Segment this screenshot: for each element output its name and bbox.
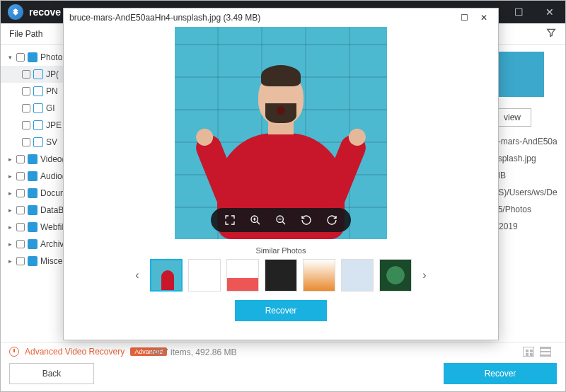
advanced-video-recovery[interactable]: Advanced Video Recovery Advanced	[9, 347, 557, 357]
thumbnail-1[interactable]	[150, 259, 183, 292]
thumbnail-4[interactable]	[265, 259, 297, 292]
zoom-in-icon[interactable]	[249, 214, 262, 226]
app-name: recove	[29, 6, 61, 18]
details-pane: view e-mars-AndE50aaH nsplash.jpg MB FS)…	[493, 52, 557, 237]
preview-controls	[211, 208, 351, 232]
fit-screen-icon[interactable]	[224, 214, 236, 226]
misc-folder-icon	[28, 256, 37, 266]
details-thumbnail	[493, 52, 544, 97]
video-folder-icon	[28, 154, 37, 164]
webfiles-folder-icon	[28, 222, 37, 232]
preview-maximize-button[interactable]: ☐	[454, 10, 474, 25]
database-folder-icon	[28, 205, 37, 215]
view-mode-switcher	[523, 347, 551, 357]
file-type-icon	[33, 86, 43, 96]
rotate-right-icon[interactable]	[325, 214, 338, 226]
footer-summary: 2467 items, 492.86 MB	[149, 347, 236, 359]
file-type-icon	[33, 103, 43, 113]
toolbar-label: File Path	[9, 29, 42, 39]
list-view-icon[interactable]	[540, 347, 551, 357]
document-folder-icon	[28, 188, 37, 198]
details-size: MB	[493, 169, 557, 182]
next-thumbnail-button[interactable]: ›	[417, 268, 432, 282]
rotate-left-icon[interactable]	[300, 214, 313, 226]
thumbnail-2[interactable]	[188, 259, 221, 292]
thumbnail-7[interactable]	[379, 259, 412, 292]
zoom-out-icon[interactable]	[275, 214, 287, 226]
main-close-button[interactable]: ✕	[534, 1, 565, 23]
file-type-icon	[33, 120, 43, 130]
filter-icon[interactable]	[545, 27, 557, 40]
details-date: }-2019	[493, 220, 557, 233]
similar-thumbnails: ‹ ›	[130, 259, 432, 292]
preview-dialog: bruce-mars-AndE50aaHn4-unsplash.jpg (3.4…	[63, 8, 499, 340]
clock-icon	[9, 347, 19, 357]
details-filename: e-mars-AndE50aaH	[493, 135, 557, 148]
photo-folder-icon	[28, 52, 37, 62]
archive-folder-icon	[28, 239, 37, 249]
preview-header: bruce-mars-AndE50aaHn4-unsplash.jpg (3.4…	[64, 8, 498, 27]
grid-view-icon[interactable]	[523, 347, 534, 357]
preview-image	[175, 27, 387, 239]
preview-recover-button[interactable]: Recover	[235, 300, 327, 321]
details-path: FS)/Users/ws/Deskt	[493, 186, 557, 199]
details-path2: 85/Photos	[493, 203, 557, 216]
preview-filename: bruce-mars-AndE50aaHn4-unsplash.jpg (3.4…	[69, 13, 260, 23]
prev-thumbnail-button[interactable]: ‹	[130, 268, 144, 282]
app-logo	[8, 4, 23, 20]
back-button[interactable]: Back	[9, 363, 94, 384]
thumbnail-6[interactable]	[341, 259, 374, 292]
recover-button[interactable]: Recover	[444, 363, 557, 384]
preview-button-partial[interactable]: view	[493, 108, 531, 127]
details-filename2: nsplash.jpg	[493, 152, 557, 165]
footer: Advanced Video Recovery Advanced 2467 it…	[1, 342, 565, 391]
main-maximize-button[interactable]: ☐	[503, 1, 534, 23]
preview-close-button[interactable]: ✕	[474, 10, 494, 25]
file-type-icon	[33, 137, 43, 147]
audio-folder-icon	[28, 171, 37, 181]
thumbnail-3[interactable]	[226, 259, 259, 292]
thumbnail-5[interactable]	[303, 259, 335, 292]
similar-photos-label: Similar Photos	[256, 246, 306, 255]
file-type-icon	[33, 69, 43, 79]
